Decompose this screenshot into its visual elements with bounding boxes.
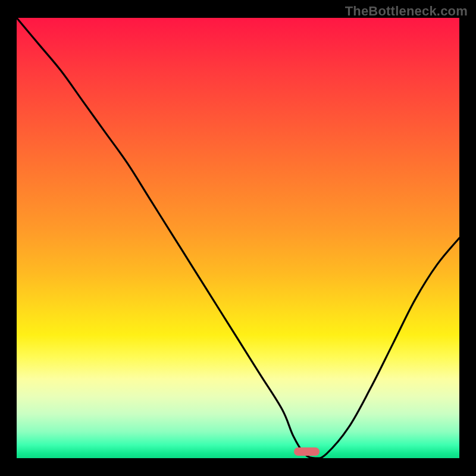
curve-svg xyxy=(17,18,459,458)
watermark-text: TheBottleneck.com xyxy=(345,4,468,19)
curve-path xyxy=(17,18,459,458)
plot-area xyxy=(17,18,459,458)
chart-frame: TheBottleneck.com xyxy=(0,0,476,476)
optimum-marker xyxy=(294,447,320,456)
